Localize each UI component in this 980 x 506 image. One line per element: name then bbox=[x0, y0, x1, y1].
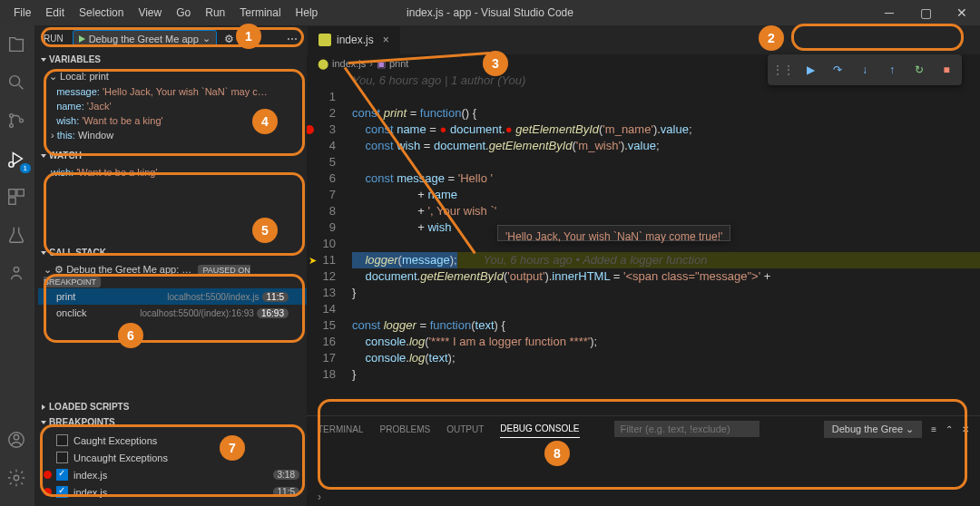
variable-row[interactable]: wish: 'Want to be a king' bbox=[45, 113, 307, 128]
scm-icon[interactable] bbox=[6, 111, 28, 132]
close-button[interactable]: ✕ bbox=[944, 0, 980, 25]
callstack-frame[interactable]: printlocalhost:5500/index.js 11:5 bbox=[38, 288, 307, 305]
menu-run[interactable]: Run bbox=[199, 3, 231, 23]
svg-point-0 bbox=[10, 76, 20, 86]
step-into-button[interactable]: ↓ bbox=[853, 58, 877, 82]
play-icon bbox=[79, 35, 85, 43]
debug-drag-handle[interactable]: ⋮⋮ bbox=[771, 58, 795, 82]
menu-selection[interactable]: Selection bbox=[73, 3, 130, 23]
bottom-panel: TERMINAL PROBLEMS OUTPUT DEBUG CONSOLE D… bbox=[307, 415, 980, 506]
editor-tab[interactable]: index.js × bbox=[307, 25, 401, 54]
variables-header[interactable]: VARIABLES bbox=[34, 52, 307, 67]
run-label: RUN bbox=[44, 34, 64, 44]
problems-tab[interactable]: PROBLEMS bbox=[380, 421, 431, 438]
continue-button[interactable]: ▶ bbox=[799, 58, 822, 82]
output-tab[interactable]: OUTPUT bbox=[446, 421, 484, 438]
watch-row[interactable]: wish: 'Want to be a king' bbox=[45, 165, 307, 180]
step-over-button[interactable]: ↷ bbox=[826, 58, 849, 82]
current-line-icon: ➤ bbox=[309, 252, 317, 268]
menu-file[interactable]: File bbox=[7, 3, 37, 23]
breakpoints-header[interactable]: BREAKPOINTS bbox=[34, 414, 307, 430]
run-header: RUN Debug the Greet Me app ⌄ ⚙ ⋯ bbox=[34, 25, 307, 52]
clear-console-icon[interactable]: ≡ bbox=[931, 424, 936, 434]
callstack-body: ⌄ ⚙ Debug the Greet Me app: … PAUSED ON … bbox=[34, 260, 307, 326]
tab-close-icon[interactable]: × bbox=[383, 34, 389, 46]
settings-icon[interactable] bbox=[6, 468, 28, 490]
debug-icon[interactable]: 1 bbox=[6, 149, 28, 170]
title-bar: File Edit Selection View Go Run Terminal… bbox=[0, 0, 980, 25]
code-content[interactable]: You, 6 hours ago | 1 author (You) const … bbox=[352, 73, 980, 415]
breakpoint-item[interactable]: index.js3:18 bbox=[38, 466, 307, 483]
test-icon[interactable] bbox=[6, 225, 28, 247]
panel-filter-input[interactable] bbox=[614, 421, 760, 437]
variables-body: ⌄ Local: print message: 'Hello Jack, You… bbox=[34, 67, 307, 148]
watch-header[interactable]: WATCH bbox=[34, 148, 307, 163]
breakpoints-body: Caught Exceptions Uncaught Exceptions in… bbox=[34, 430, 307, 506]
menu-go[interactable]: Go bbox=[170, 3, 197, 23]
debug-console-prompt[interactable]: › bbox=[307, 488, 980, 506]
svg-point-11 bbox=[14, 475, 19, 481]
callstack-header[interactable]: CALL STACK bbox=[34, 245, 307, 260]
menu-edit[interactable]: Edit bbox=[39, 3, 71, 23]
breakpoint-dot[interactable] bbox=[307, 125, 314, 134]
debug-sidebar: RUN Debug the Greet Me app ⌄ ⚙ ⋯ VARIABL… bbox=[34, 25, 307, 506]
menu-terminal[interactable]: Terminal bbox=[233, 3, 287, 23]
extensions-icon[interactable] bbox=[6, 187, 28, 209]
panel-close-icon[interactable]: ✕ bbox=[962, 424, 969, 434]
svg-rect-7 bbox=[9, 198, 15, 204]
accounts-icon[interactable] bbox=[6, 430, 28, 452]
restart-button[interactable]: ↻ bbox=[907, 58, 931, 82]
svg-point-8 bbox=[14, 268, 19, 273]
svg-point-1 bbox=[10, 114, 14, 118]
breakpoint-item[interactable]: index.js11:5 bbox=[38, 483, 307, 501]
maximize-button[interactable]: ▢ bbox=[907, 0, 944, 25]
loaded-scripts-header[interactable]: LOADED SCRIPTS bbox=[34, 399, 307, 414]
variables-scope[interactable]: ⌄ Local: print bbox=[45, 69, 307, 84]
debug-toolbar: ⋮⋮ ▶ ↷ ↓ ↑ ↻ ■ bbox=[768, 54, 962, 85]
svg-rect-6 bbox=[17, 190, 24, 196]
gear-icon[interactable]: ⚙ bbox=[224, 33, 234, 45]
editor-area: index.js × ⋮⋮ ▶ ↷ ↓ ↑ ↻ ■ ⬤ index.js › ▣… bbox=[307, 25, 980, 506]
variable-row[interactable]: name: 'Jack' bbox=[45, 99, 307, 113]
breakpoint-caught[interactable]: Caught Exceptions bbox=[38, 432, 307, 449]
panel-collapse-icon[interactable]: ⌃ bbox=[946, 424, 953, 434]
debug-hover-tooltip: 'Hello Jack, Your wish `NaN` may come tr… bbox=[497, 225, 730, 241]
watch-body: wish: 'Want to be a king' bbox=[34, 163, 307, 245]
debug-console-tab[interactable]: DEBUG CONSOLE bbox=[500, 420, 579, 438]
debug-badge: 1 bbox=[20, 163, 31, 173]
breakpoint-uncaught[interactable]: Uncaught Exceptions bbox=[38, 449, 307, 466]
svg-point-2 bbox=[10, 124, 14, 128]
window-controls: ─ ▢ ✕ bbox=[871, 0, 980, 25]
callstack-session[interactable]: ⌄ ⚙ Debug the Greet Me app: … PAUSED ON … bbox=[38, 262, 307, 288]
more-actions-icon[interactable]: ⋯ bbox=[287, 33, 298, 45]
variable-row[interactable]: › this: Window bbox=[45, 128, 307, 142]
code-editor[interactable]: 1 2 3 4 5 6 7 8 9 10 ➤11 12 13 14 15 16 … bbox=[307, 73, 980, 415]
svg-rect-5 bbox=[9, 190, 15, 196]
variable-row[interactable]: message: 'Hello Jack, Your wish `NaN` ma… bbox=[45, 84, 307, 99]
svg-point-3 bbox=[20, 119, 24, 122]
gutter: 1 2 3 4 5 6 7 8 9 10 ➤11 12 13 14 15 16 … bbox=[307, 73, 352, 415]
activity-bar: 1 bbox=[0, 25, 34, 506]
editor-tabs: index.js × bbox=[307, 25, 980, 54]
callstack-frame[interactable]: onclicklocalhost:5500/(index):16:93 16:9… bbox=[38, 305, 307, 321]
panel-session-dropdown[interactable]: Debug the Gree ⌄ bbox=[824, 421, 922, 438]
svg-point-10 bbox=[14, 435, 19, 441]
minimize-button[interactable]: ─ bbox=[871, 0, 907, 25]
search-icon[interactable] bbox=[6, 73, 28, 94]
explorer-icon[interactable] bbox=[6, 34, 28, 56]
menu-bar: File Edit Selection View Go Run Terminal… bbox=[7, 3, 324, 23]
stop-button[interactable]: ■ bbox=[935, 58, 958, 82]
window-title: index.js - app - Visual Studio Code bbox=[407, 6, 573, 19]
menu-view[interactable]: View bbox=[132, 3, 168, 23]
liveshare-icon[interactable] bbox=[6, 263, 28, 285]
panel-tabs: TERMINAL PROBLEMS OUTPUT DEBUG CONSOLE D… bbox=[307, 416, 980, 442]
terminal-tab[interactable]: TERMINAL bbox=[318, 421, 364, 438]
debug-config-dropdown[interactable]: Debug the Greet Me app ⌄ bbox=[73, 30, 217, 47]
step-out-button[interactable]: ↑ bbox=[880, 58, 904, 82]
js-file-icon bbox=[318, 34, 331, 46]
menu-help[interactable]: Help bbox=[289, 3, 325, 23]
